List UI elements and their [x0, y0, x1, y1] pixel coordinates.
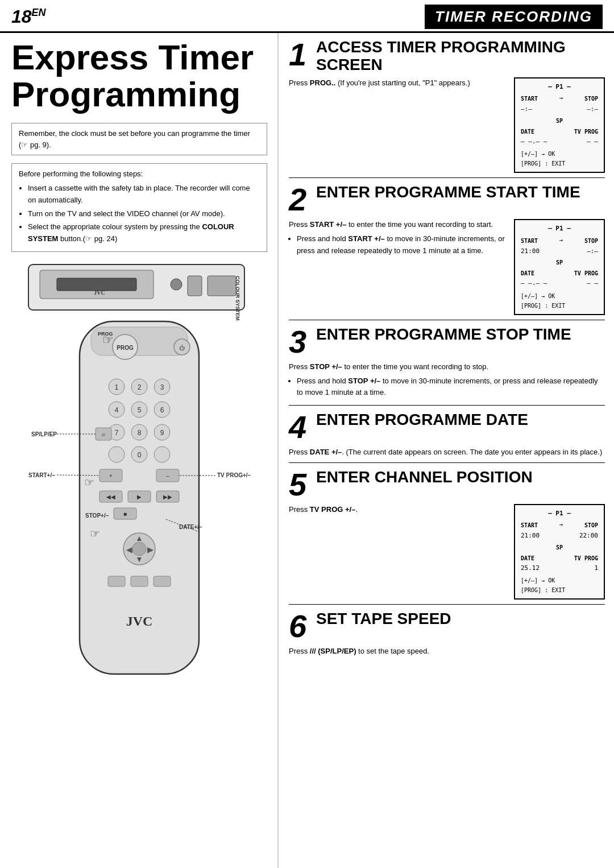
svg-text:8: 8 [138, 429, 142, 437]
step-text-1: Press PROG.. (If you're just starting ou… [289, 77, 507, 89]
step-section-2: 2 ENTER PROGRAMME START TIME Press START… [289, 184, 605, 320]
svg-text:5: 5 [138, 406, 142, 414]
svg-point-3 [171, 279, 182, 290]
svg-text:▶▶: ▶▶ [163, 494, 172, 500]
vcr-illustration: JVC COLOUR SYSTEM PROG ☞ PROG ⏻ [11, 259, 267, 691]
step-body-5: Press TV PROG +/–. – P1 – START → STOP 2… [289, 504, 605, 600]
vcr-svg: JVC COLOUR SYSTEM PROG ☞ PROG ⏻ [11, 259, 267, 691]
svg-text:1: 1 [115, 383, 119, 391]
svg-text:COLOUR SYSTEM: COLOUR SYSTEM [235, 276, 240, 321]
svg-text:PROG: PROG [117, 345, 134, 351]
note-box: Remember, the clock must be set before y… [11, 123, 267, 155]
svg-text:2: 2 [138, 383, 142, 391]
svg-rect-69 [108, 576, 125, 586]
svg-text:9: 9 [160, 429, 164, 437]
step-title-1: ACCESS TIMER PROGRAMMING SCREEN [316, 39, 605, 74]
page-header: 18EN TIMER RECORDING [0, 0, 614, 33]
svg-text:▲: ▲ [135, 534, 143, 543]
svg-text:4: 4 [115, 406, 119, 414]
list-item: Select the appropriate colour system by … [28, 221, 260, 245]
svg-text:⏻: ⏻ [179, 345, 185, 351]
step-text-3: Press STOP +/– to enter the time you wan… [289, 361, 605, 400]
step-header-4: 4 ENTER PROGRAMME DATE [289, 411, 605, 443]
lcd-screen-5: – P1 – START → STOP 21:00 22:00 SP DATE [514, 504, 605, 600]
list-item: Insert a cassette with the safety tab in… [28, 183, 260, 206]
lcd-screen-2: – P1 – START → STOP 21:00 –:– SP DATE [514, 219, 605, 315]
svg-text:///: /// [102, 433, 105, 437]
page-number: 18EN [11, 6, 46, 27]
step-header-6: 6 SET TAPE SPEED [289, 610, 605, 642]
step-section-3: 3 ENTER PROGRAMME STOP TIME Press STOP +… [289, 326, 605, 405]
list-item: Turn on the TV and select the VIDEO chan… [28, 208, 260, 220]
svg-text:JVC: JVC [126, 614, 153, 629]
step-title-6: SET TAPE SPEED [316, 610, 451, 628]
step-section-6: 6 SET TAPE SPEED Press /// (SP/LP/EP) to… [289, 610, 605, 662]
step-number-5: 5 [289, 469, 310, 501]
svg-text:+: + [109, 473, 113, 479]
svg-rect-71 [154, 576, 171, 586]
svg-text:◀: ◀ [126, 545, 132, 554]
step-header-3: 3 ENTER PROGRAMME STOP TIME [289, 326, 605, 358]
step-header-1: 1 ACCESS TIMER PROGRAMMING SCREEN [289, 39, 605, 74]
step-body-6: Press /// (SP/LP/EP) to set the tape spe… [289, 646, 605, 657]
svg-point-38 [109, 447, 125, 462]
svg-text:■: ■ [123, 511, 127, 517]
svg-text:JVC: JVC [94, 290, 105, 296]
left-column: Express Timer Programming Remember, the … [0, 33, 279, 868]
step-title-5: ENTER CHANNEL POSITION [316, 469, 533, 486]
main-content: Express Timer Programming Remember, the … [0, 33, 614, 868]
step-section-1: 1 ACCESS TIMER PROGRAMMING SCREEN Press … [289, 39, 605, 178]
svg-text:STOP+/–: STOP+/– [85, 512, 109, 519]
step-text-5: Press TV PROG +/–. [289, 504, 507, 515]
step-body-3: Press STOP +/– to enter the time you wan… [289, 361, 605, 400]
svg-text:☞: ☞ [90, 527, 100, 540]
step-text-6: Press /// (SP/LP/EP) to set the tape spe… [289, 646, 605, 657]
step-text-4: Press DATE +/–. (The current date appear… [289, 447, 605, 458]
step-number-1: 1 [289, 39, 310, 71]
step-number-3: 3 [289, 326, 310, 358]
svg-point-66 [132, 542, 146, 556]
steps-box: Before performing the following steps: I… [11, 163, 267, 252]
svg-rect-2 [57, 278, 136, 291]
svg-text:START+/–: START+/– [28, 472, 55, 478]
step-body-2: Press START +/– to enter the time you wa… [289, 219, 605, 315]
lcd-screen-1: – P1 – START → STOP –:– –:– SP DATE [514, 77, 605, 173]
step-header-2: 2 ENTER PROGRAMME START TIME [289, 184, 605, 216]
svg-text:3: 3 [160, 383, 164, 391]
step-section-4: 4 ENTER PROGRAMME DATE Press DATE +/–. (… [289, 411, 605, 463]
step-body-4: Press DATE +/–. (The current date appear… [289, 447, 605, 458]
svg-point-41 [154, 447, 170, 462]
page-title: Express Timer Programming [11, 39, 267, 113]
step-title-4: ENTER PROGRAMME DATE [316, 411, 528, 429]
svg-text:6: 6 [160, 406, 164, 414]
svg-text:☞: ☞ [84, 476, 94, 489]
svg-rect-4 [188, 276, 202, 296]
step-number-6: 6 [289, 610, 310, 642]
step-body-1: Press PROG.. (If you're just starting ou… [289, 77, 605, 173]
step-header-5: 5 ENTER CHANNEL POSITION [289, 469, 605, 501]
step-text-2: Press START +/– to enter the time you wa… [289, 219, 507, 258]
svg-text:SP/LP/EP: SP/LP/EP [31, 431, 57, 437]
svg-rect-70 [131, 576, 148, 586]
svg-text:▶: ▶ [147, 545, 154, 554]
step-title-2: ENTER PROGRAMME START TIME [316, 184, 580, 201]
svg-text:7: 7 [115, 429, 119, 437]
svg-text:0: 0 [138, 451, 142, 459]
right-column: 1 ACCESS TIMER PROGRAMMING SCREEN Press … [279, 33, 614, 868]
svg-rect-5 [208, 276, 236, 296]
svg-text:–: – [166, 473, 169, 479]
svg-text:PROG: PROG [98, 331, 113, 337]
svg-text:◀◀: ◀◀ [106, 494, 115, 500]
section-badge: TIMER RECORDING [425, 5, 603, 29]
step-number-2: 2 [289, 184, 310, 216]
svg-text:DATE+/–: DATE+/– [179, 524, 202, 530]
step-number-4: 4 [289, 411, 310, 443]
svg-text:▶: ▶ [137, 494, 142, 500]
svg-text:TV PROG+/–: TV PROG+/– [217, 472, 251, 478]
step-section-5: 5 ENTER CHANNEL POSITION Press TV PROG +… [289, 469, 605, 605]
step-title-3: ENTER PROGRAMME STOP TIME [316, 326, 571, 344]
